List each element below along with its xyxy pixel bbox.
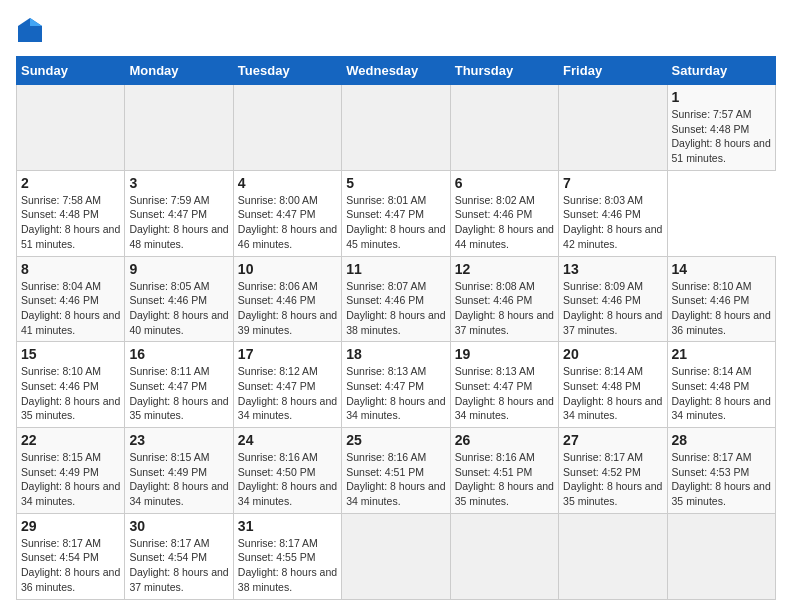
calendar-week-2: 2 Sunrise: 7:58 AMSunset: 4:48 PMDayligh… <box>17 170 776 256</box>
day-number: 29 <box>21 518 120 534</box>
day-detail: Sunrise: 7:57 AMSunset: 4:48 PMDaylight:… <box>672 108 771 164</box>
day-detail: Sunrise: 8:01 AMSunset: 4:47 PMDaylight:… <box>346 194 445 250</box>
day-number: 14 <box>672 261 771 277</box>
day-number: 18 <box>346 346 445 362</box>
calendar-day-21: 21 Sunrise: 8:14 AMSunset: 4:48 PMDaylig… <box>667 342 775 428</box>
logo <box>16 16 48 44</box>
calendar-day-8: 8 Sunrise: 8:04 AMSunset: 4:46 PMDayligh… <box>17 256 125 342</box>
calendar-header: SundayMondayTuesdayWednesdayThursdayFrid… <box>17 57 776 85</box>
calendar-day-30: 30 Sunrise: 8:17 AMSunset: 4:54 PMDaylig… <box>125 513 233 599</box>
calendar-day-24: 24 Sunrise: 8:16 AMSunset: 4:50 PMDaylig… <box>233 428 341 514</box>
day-detail: Sunrise: 8:17 AMSunset: 4:54 PMDaylight:… <box>21 537 120 593</box>
calendar-day-15: 15 Sunrise: 8:10 AMSunset: 4:46 PMDaylig… <box>17 342 125 428</box>
day-number: 7 <box>563 175 662 191</box>
day-number: 11 <box>346 261 445 277</box>
day-number: 30 <box>129 518 228 534</box>
calendar-day-18: 18 Sunrise: 8:13 AMSunset: 4:47 PMDaylig… <box>342 342 450 428</box>
day-detail: Sunrise: 8:11 AMSunset: 4:47 PMDaylight:… <box>129 365 228 421</box>
calendar-week-4: 15 Sunrise: 8:10 AMSunset: 4:46 PMDaylig… <box>17 342 776 428</box>
day-number: 20 <box>563 346 662 362</box>
day-detail: Sunrise: 8:00 AMSunset: 4:47 PMDaylight:… <box>238 194 337 250</box>
day-detail: Sunrise: 8:02 AMSunset: 4:46 PMDaylight:… <box>455 194 554 250</box>
day-number: 15 <box>21 346 120 362</box>
day-number: 24 <box>238 432 337 448</box>
calendar-day-5: 5 Sunrise: 8:01 AMSunset: 4:47 PMDayligh… <box>342 170 450 256</box>
calendar-day-27: 27 Sunrise: 8:17 AMSunset: 4:52 PMDaylig… <box>559 428 667 514</box>
day-detail: Sunrise: 7:59 AMSunset: 4:47 PMDaylight:… <box>129 194 228 250</box>
day-number: 23 <box>129 432 228 448</box>
day-header-sunday: Sunday <box>17 57 125 85</box>
day-header-saturday: Saturday <box>667 57 775 85</box>
empty-cell <box>342 85 450 171</box>
calendar-day-6: 6 Sunrise: 8:02 AMSunset: 4:46 PMDayligh… <box>450 170 558 256</box>
calendar-day-1: 1 Sunrise: 7:57 AMSunset: 4:48 PMDayligh… <box>667 85 775 171</box>
day-detail: Sunrise: 8:10 AMSunset: 4:46 PMDaylight:… <box>672 280 771 336</box>
calendar-day-26: 26 Sunrise: 8:16 AMSunset: 4:51 PMDaylig… <box>450 428 558 514</box>
empty-cell <box>450 85 558 171</box>
day-number: 22 <box>21 432 120 448</box>
day-header-wednesday: Wednesday <box>342 57 450 85</box>
day-header-friday: Friday <box>559 57 667 85</box>
calendar-week-6: 29 Sunrise: 8:17 AMSunset: 4:54 PMDaylig… <box>17 513 776 599</box>
day-detail: Sunrise: 8:17 AMSunset: 4:52 PMDaylight:… <box>563 451 662 507</box>
calendar-week-1: 1 Sunrise: 7:57 AMSunset: 4:48 PMDayligh… <box>17 85 776 171</box>
day-detail: Sunrise: 8:16 AMSunset: 4:51 PMDaylight:… <box>346 451 445 507</box>
day-number: 10 <box>238 261 337 277</box>
day-detail: Sunrise: 8:13 AMSunset: 4:47 PMDaylight:… <box>455 365 554 421</box>
day-detail: Sunrise: 8:15 AMSunset: 4:49 PMDaylight:… <box>21 451 120 507</box>
day-number: 26 <box>455 432 554 448</box>
day-number: 21 <box>672 346 771 362</box>
empty-cell <box>17 85 125 171</box>
day-detail: Sunrise: 8:17 AMSunset: 4:54 PMDaylight:… <box>129 537 228 593</box>
svg-marker-1 <box>30 18 42 26</box>
calendar-day-23: 23 Sunrise: 8:15 AMSunset: 4:49 PMDaylig… <box>125 428 233 514</box>
day-number: 17 <box>238 346 337 362</box>
calendar-day-9: 9 Sunrise: 8:05 AMSunset: 4:46 PMDayligh… <box>125 256 233 342</box>
calendar-day-19: 19 Sunrise: 8:13 AMSunset: 4:47 PMDaylig… <box>450 342 558 428</box>
day-detail: Sunrise: 8:17 AMSunset: 4:55 PMDaylight:… <box>238 537 337 593</box>
day-detail: Sunrise: 8:16 AMSunset: 4:51 PMDaylight:… <box>455 451 554 507</box>
calendar-day-25: 25 Sunrise: 8:16 AMSunset: 4:51 PMDaylig… <box>342 428 450 514</box>
calendar-week-3: 8 Sunrise: 8:04 AMSunset: 4:46 PMDayligh… <box>17 256 776 342</box>
empty-cell <box>559 85 667 171</box>
calendar-day-29: 29 Sunrise: 8:17 AMSunset: 4:54 PMDaylig… <box>17 513 125 599</box>
days-of-week-row: SundayMondayTuesdayWednesdayThursdayFrid… <box>17 57 776 85</box>
calendar-day-17: 17 Sunrise: 8:12 AMSunset: 4:47 PMDaylig… <box>233 342 341 428</box>
calendar-day-7: 7 Sunrise: 8:03 AMSunset: 4:46 PMDayligh… <box>559 170 667 256</box>
logo-icon <box>16 16 44 44</box>
day-number: 28 <box>672 432 771 448</box>
day-detail: Sunrise: 8:10 AMSunset: 4:46 PMDaylight:… <box>21 365 120 421</box>
day-number: 9 <box>129 261 228 277</box>
day-header-thursday: Thursday <box>450 57 558 85</box>
empty-cell <box>667 513 775 599</box>
calendar-day-14: 14 Sunrise: 8:10 AMSunset: 4:46 PMDaylig… <box>667 256 775 342</box>
calendar-body: 1 Sunrise: 7:57 AMSunset: 4:48 PMDayligh… <box>17 85 776 600</box>
day-detail: Sunrise: 7:58 AMSunset: 4:48 PMDaylight:… <box>21 194 120 250</box>
day-number: 1 <box>672 89 771 105</box>
day-number: 13 <box>563 261 662 277</box>
empty-cell <box>125 85 233 171</box>
day-number: 31 <box>238 518 337 534</box>
calendar-day-4: 4 Sunrise: 8:00 AMSunset: 4:47 PMDayligh… <box>233 170 341 256</box>
calendar-day-2: 2 Sunrise: 7:58 AMSunset: 4:48 PMDayligh… <box>17 170 125 256</box>
calendar-day-11: 11 Sunrise: 8:07 AMSunset: 4:46 PMDaylig… <box>342 256 450 342</box>
page-header <box>16 16 776 44</box>
day-detail: Sunrise: 8:13 AMSunset: 4:47 PMDaylight:… <box>346 365 445 421</box>
day-detail: Sunrise: 8:08 AMSunset: 4:46 PMDaylight:… <box>455 280 554 336</box>
day-number: 27 <box>563 432 662 448</box>
calendar-day-31: 31 Sunrise: 8:17 AMSunset: 4:55 PMDaylig… <box>233 513 341 599</box>
day-detail: Sunrise: 8:06 AMSunset: 4:46 PMDaylight:… <box>238 280 337 336</box>
day-number: 6 <box>455 175 554 191</box>
day-number: 16 <box>129 346 228 362</box>
day-detail: Sunrise: 8:14 AMSunset: 4:48 PMDaylight:… <box>672 365 771 421</box>
day-number: 25 <box>346 432 445 448</box>
calendar-day-10: 10 Sunrise: 8:06 AMSunset: 4:46 PMDaylig… <box>233 256 341 342</box>
calendar-week-5: 22 Sunrise: 8:15 AMSunset: 4:49 PMDaylig… <box>17 428 776 514</box>
day-number: 19 <box>455 346 554 362</box>
day-detail: Sunrise: 8:17 AMSunset: 4:53 PMDaylight:… <box>672 451 771 507</box>
empty-cell <box>342 513 450 599</box>
day-number: 5 <box>346 175 445 191</box>
calendar-day-12: 12 Sunrise: 8:08 AMSunset: 4:46 PMDaylig… <box>450 256 558 342</box>
empty-cell <box>233 85 341 171</box>
day-detail: Sunrise: 8:14 AMSunset: 4:48 PMDaylight:… <box>563 365 662 421</box>
